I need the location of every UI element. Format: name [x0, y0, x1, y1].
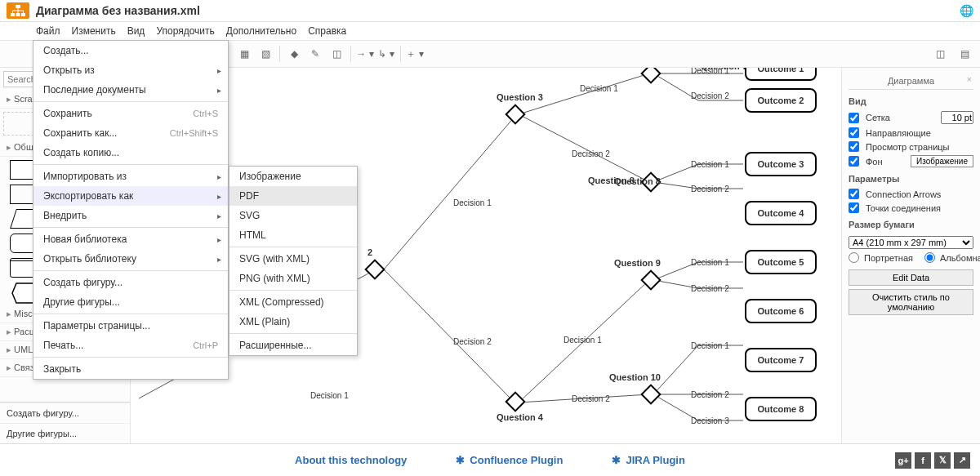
- waypoint-icon[interactable]: ↳ ▾: [376, 44, 397, 64]
- grid-size-input[interactable]: [941, 111, 973, 124]
- export-svg[interactable]: SVG: [229, 206, 357, 225]
- node-outcome-2[interactable]: Outcome 2: [745, 88, 817, 113]
- language-icon[interactable]: 🌐: [960, 4, 973, 17]
- node-q10-label: Question 10: [609, 372, 661, 382]
- export-png-xml[interactable]: PNG (with XML): [229, 269, 357, 288]
- sidebar-more-shapes[interactable]: Другие фигуры...: [0, 423, 130, 443]
- menu-open-library[interactable]: Открыть библиотеку: [33, 249, 228, 269]
- fill-color-icon[interactable]: ◆: [283, 44, 305, 64]
- menu-print[interactable]: Печать...Ctrl+P: [33, 336, 228, 355]
- menu-make-copy[interactable]: Создать копию...: [33, 143, 228, 162]
- menu-create-shape[interactable]: Создать фигуру...: [33, 273, 228, 292]
- node-outcome-5[interactable]: Outcome 5: [745, 250, 817, 274]
- svg-rect-3: [21, 13, 25, 16]
- format-panel-icon[interactable]: ◫: [929, 44, 951, 64]
- bg-image-button[interactable]: Изображение: [911, 155, 973, 167]
- close-panel-icon[interactable]: ×: [967, 74, 972, 84]
- to-front-icon[interactable]: ▦: [234, 44, 255, 64]
- portrait-radio[interactable]: [849, 252, 859, 263]
- menu-recent[interactable]: Последние документы: [33, 80, 228, 100]
- export-xml-compressed[interactable]: XML (Compressed): [229, 292, 357, 312]
- svg-rect-1: [11, 13, 15, 16]
- export-svg-xml[interactable]: SVG (with XML): [229, 249, 357, 269]
- pageview-checkbox[interactable]: [849, 141, 859, 152]
- menu-export[interactable]: Экспортировать как: [33, 186, 228, 206]
- format-panel: Диаграмма× Вид Сетка Направляющие Просмо…: [841, 68, 980, 443]
- node-q4-diamond[interactable]: [505, 391, 525, 411]
- menu-close[interactable]: Закрыть: [33, 359, 228, 379]
- node-q10-diamond[interactable]: [640, 384, 661, 404]
- menubar: Файл Изменить Вид Упорядочить Дополнител…: [0, 22, 980, 40]
- menu-new-library[interactable]: Новая библиотека: [33, 229, 228, 249]
- confluence-link[interactable]: ✱ Confluence Plugin: [456, 454, 563, 466]
- menu-open-from[interactable]: Открыть из: [33, 60, 228, 80]
- facebook-icon[interactable]: f: [915, 452, 931, 469]
- menu-file[interactable]: Файл: [36, 25, 60, 37]
- node-outcome-8[interactable]: Outcome 8: [745, 397, 817, 421]
- menu-embed[interactable]: Внедрить: [33, 206, 228, 225]
- file-menu-dropdown: Создать... Открыть из Последние документ…: [33, 40, 229, 380]
- menu-import[interactable]: Импортировать из: [33, 167, 228, 186]
- connection-icon[interactable]: → ▾: [354, 44, 376, 64]
- shadow-icon[interactable]: ◫: [326, 44, 347, 64]
- conn-arrows-checkbox[interactable]: [849, 189, 859, 199]
- format-panel-title: Диаграмма: [888, 76, 934, 86]
- conn-points-checkbox[interactable]: [849, 202, 859, 213]
- node-outcome-7[interactable]: Outcome 7: [745, 348, 817, 372]
- svg-rect-2: [16, 13, 20, 16]
- node-q2-label: 2: [368, 247, 372, 257]
- rp-papersize-heading: Размер бумаги: [849, 220, 973, 229]
- menu-view[interactable]: Вид: [127, 25, 145, 37]
- menu-new[interactable]: Создать...: [33, 41, 228, 60]
- node-outcome-3[interactable]: Outcome 3: [745, 152, 817, 176]
- landscape-radio[interactable]: [924, 252, 935, 263]
- twitter-icon[interactable]: 𝕏: [934, 452, 951, 469]
- googleplus-icon[interactable]: g+: [895, 452, 911, 469]
- node-outcome-1[interactable]: Outcome 1: [745, 68, 817, 81]
- menu-edit[interactable]: Изменить: [72, 25, 116, 37]
- share-icon[interactable]: ↗: [954, 452, 970, 469]
- menu-help[interactable]: Справка: [308, 25, 346, 37]
- export-xml-plain[interactable]: XML (Plain): [229, 312, 357, 331]
- paper-size-select[interactable]: A4 (210 mm x 297 mm): [849, 236, 973, 249]
- export-submenu: Изображение PDF SVG HTML SVG (with XML) …: [229, 166, 358, 356]
- about-link[interactable]: About this technology: [295, 454, 407, 466]
- node-outcome-4[interactable]: Outcome 4: [745, 201, 817, 225]
- rp-options-heading: Параметры: [849, 174, 973, 184]
- to-back-icon[interactable]: ▧: [255, 44, 276, 64]
- menu-save[interactable]: СохранитьCtrl+S: [33, 104, 228, 123]
- menu-page-setup[interactable]: Параметры страницы...: [33, 316, 228, 336]
- menu-other-shapes[interactable]: Другие фигуры...: [33, 292, 228, 312]
- line-color-icon[interactable]: ✎: [305, 44, 326, 64]
- node-q2-diamond[interactable]: [364, 259, 385, 279]
- outline-panel-icon[interactable]: ▤: [954, 44, 975, 64]
- grid-checkbox[interactable]: [849, 113, 859, 123]
- guides-checkbox[interactable]: [849, 127, 859, 138]
- node-outcome-6[interactable]: Outcome 6: [745, 299, 817, 323]
- export-advanced[interactable]: Расширенные...: [229, 336, 357, 355]
- sidebar-create-shape[interactable]: Создать фигуру...: [0, 403, 130, 423]
- document-title[interactable]: Диаграмма без названия.xml: [36, 4, 200, 17]
- export-pdf[interactable]: PDF: [229, 186, 357, 206]
- node-q9-label: Question 9: [614, 258, 661, 268]
- edit-data-button[interactable]: Edit Data: [849, 269, 973, 286]
- node-q4-label: Question 4: [497, 412, 543, 422]
- clear-style-button[interactable]: Очистить стиль по умолчанию: [849, 289, 973, 315]
- app-logo: [7, 2, 29, 19]
- node-q3-diamond[interactable]: [505, 104, 525, 124]
- export-image[interactable]: Изображение: [229, 167, 357, 186]
- node-q3-label: Question 3: [497, 92, 543, 102]
- export-html[interactable]: HTML: [229, 225, 357, 245]
- rp-view-heading: Вид: [849, 96, 973, 106]
- menu-extras[interactable]: Дополнительно: [226, 25, 296, 37]
- node-q9-diamond[interactable]: [640, 269, 661, 290]
- svg-rect-0: [16, 5, 20, 8]
- menu-save-as[interactable]: Сохранить как...Ctrl+Shift+S: [33, 123, 228, 143]
- add-icon[interactable]: ＋ ▾: [404, 44, 425, 64]
- jira-link[interactable]: ✱ JIRA Plugin: [612, 454, 684, 466]
- menu-arrange[interactable]: Упорядочить: [156, 25, 214, 37]
- bg-checkbox[interactable]: [849, 156, 859, 167]
- footer: About this technology ✱ Confluence Plugi…: [0, 443, 980, 476]
